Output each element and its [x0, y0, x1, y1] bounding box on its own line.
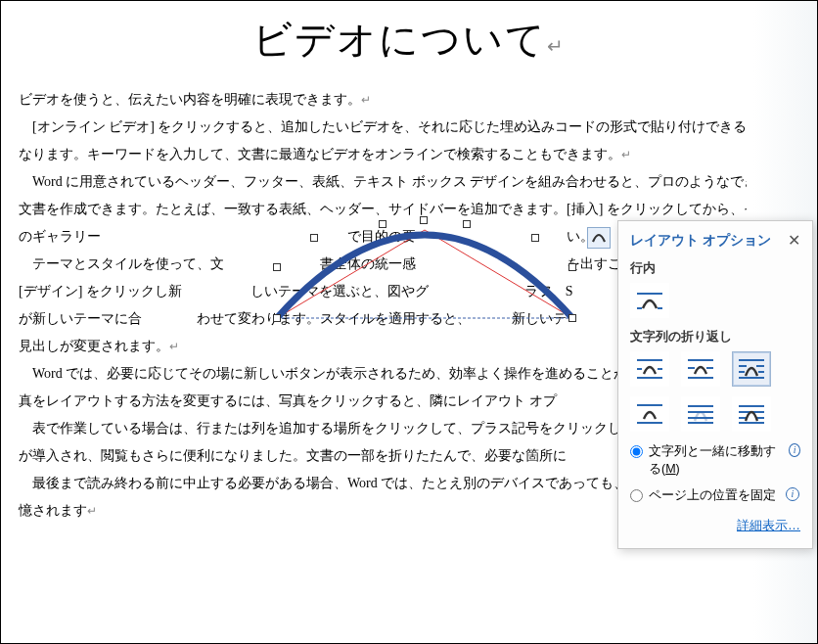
wrap-square-option[interactable] — [630, 351, 669, 387]
radio-move-with-text[interactable]: 文字列と一緒に移動する(M) i — [630, 443, 800, 478]
popup-header: レイアウト オプション ✕ — [630, 231, 800, 250]
wrap-through-option[interactable] — [732, 351, 771, 387]
wrap-front-option[interactable] — [732, 396, 771, 432]
wrap-behind-option[interactable] — [681, 396, 720, 432]
layout-options-popup: レイアウト オプション ✕ 行内 文字列の折り返し — [617, 220, 813, 549]
layout-icon — [591, 232, 607, 244]
info-icon[interactable]: i — [789, 443, 800, 457]
wrap-tight-option[interactable] — [681, 351, 720, 387]
paragraph-2: [オンライン ビデオ] をクリックすると、追加したいビデオを、それに応じた埋め込… — [19, 114, 799, 168]
layout-options-button[interactable] — [587, 227, 611, 249]
wrap-inline-option[interactable] — [630, 283, 669, 318]
radio-move-input[interactable] — [630, 445, 643, 458]
radio-fix-input[interactable] — [630, 489, 643, 502]
section-inline-label: 行内 — [630, 259, 800, 277]
radio-fix-position[interactable]: ページ上の位置を固定 i — [630, 487, 800, 505]
radio-move-label: 文字列と一緒に移動する(M) — [649, 443, 779, 478]
section-wrap-label: 文字列の折り返し — [630, 328, 800, 345]
radio-fix-label: ページ上の位置を固定 — [649, 487, 776, 505]
close-icon[interactable]: ✕ — [788, 231, 800, 250]
detail-link[interactable]: 詳細表示… — [737, 518, 800, 532]
popup-title: レイアウト オプション — [630, 232, 771, 250]
position-radio-group: 文字列と一緒に移動する(M) i ページ上の位置を固定 i — [630, 443, 800, 505]
doc-title: ビデオについて↵ — [1, 1, 817, 86]
wrap-topbottom-option[interactable] — [630, 396, 669, 432]
info-icon[interactable]: i — [786, 487, 799, 501]
paragraph-1: ビデオを使うと、伝えたい内容を明確に表現できます。 — [19, 86, 799, 114]
